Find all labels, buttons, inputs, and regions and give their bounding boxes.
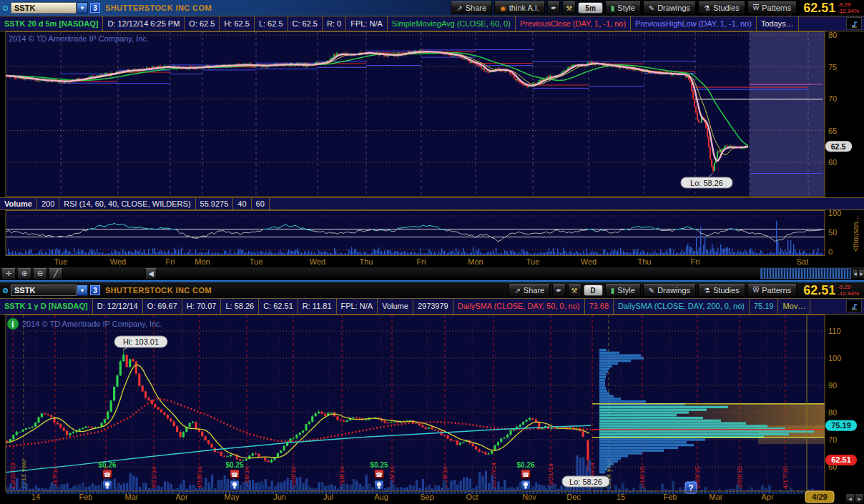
symbol-dropdown-icon[interactable]: ▼ <box>77 2 88 14</box>
svg-text:May: May <box>225 493 240 501</box>
link-channel-dot[interactable] <box>3 288 8 293</box>
header-cell: SSTK 1 y D [NASDAQ] <box>0 299 93 314</box>
axis-units-label: <thousan… <box>852 215 860 252</box>
header-cell: 40 <box>233 198 251 209</box>
style-button[interactable]: ▮Style <box>605 1 641 14</box>
patterns-icon: W <box>753 4 760 11</box>
lo-callout: Lo: 58.26 <box>562 476 609 487</box>
svg-text:Sat: Sat <box>797 257 809 266</box>
symbol-input[interactable]: SSTK <box>11 2 77 14</box>
header-cell: Mov… <box>778 299 810 314</box>
share-button[interactable]: ↗Share <box>509 284 550 297</box>
studies-button[interactable]: ⚗Studies <box>698 284 745 297</box>
studies-button[interactable]: ⚗Studies <box>698 1 745 14</box>
wrench-icon: ⚒ <box>566 4 572 12</box>
header-cell: L: 62.5 <box>255 16 288 31</box>
svg-text:100: 100 <box>828 210 841 217</box>
svg-text:60: 60 <box>828 158 837 167</box>
svg-text:Fri: Fri <box>166 257 175 266</box>
subpanel-cells: Volume200RSI (14, 60, 40, CLOSE, WILDERS… <box>0 198 270 209</box>
header-cell: H: 70.07 <box>182 299 222 314</box>
svg-text:Feb: Feb <box>79 493 93 501</box>
scroll-right-button[interactable]: ▶ <box>855 493 864 503</box>
think-ai-button[interactable]: ◉think A.I. <box>494 1 545 14</box>
pencil-icon: ✎ <box>649 287 654 295</box>
quote-block: 62.51 -9.29-12.94% <box>803 1 861 15</box>
top-toolbar: ↗Share ◉think A.I. ✒ ⚒ 5m ▮Style ✎Drawin… <box>451 1 864 15</box>
patterns-icon: W <box>753 287 760 294</box>
pan-tool-button[interactable]: ✛ <box>1 268 16 280</box>
scroll-page-left-button[interactable]: ◀ <box>852 269 858 279</box>
svg-text:☎: ☎ <box>104 472 111 478</box>
question-marker: ? <box>685 482 697 493</box>
svg-text:Mon: Mon <box>468 257 483 266</box>
header-cell: Volume <box>0 198 37 209</box>
svg-text:15: 15 <box>617 493 625 501</box>
step-line-icon <box>851 19 857 28</box>
top-price-axis: 807570656062.5 <box>825 31 852 167</box>
svg-text:Fri: Fri <box>417 257 426 266</box>
svg-text:14: 14 <box>31 493 40 501</box>
header-cell: DailySMA (CLOSE, DAY, 200, 0, no) <box>614 299 750 314</box>
header-cell: Volume <box>378 299 413 314</box>
symbol-dropdown-icon[interactable]: ▼ <box>77 285 88 296</box>
chart-settings-button[interactable]: ✒ <box>552 284 565 297</box>
drawings-button[interactable]: ✎Drawings <box>643 284 696 297</box>
header-cell: R: 11.81 <box>298 299 337 314</box>
zoom-in-button[interactable]: ⊕ <box>17 268 31 280</box>
scroll-left-button[interactable]: ◀ <box>845 493 855 503</box>
bottom-toolbar: ↗Share ✒ ⚒ D ▮Style ✎Drawings ⚗Studies W… <box>509 283 864 297</box>
intraday-chart-canvas[interactable]: Lo: 58.262014 © TD Ameritrade IP Company… <box>0 31 864 197</box>
copyright-text: 2014 © TD Ameritrade IP Company, Inc. <box>9 34 149 43</box>
quote-block: 62.51 -9.29-12.94% <box>803 283 861 297</box>
chart-mode-button[interactable] <box>846 300 862 312</box>
zoom-out-button[interactable]: ⊖ <box>33 268 47 280</box>
link-badge[interactable]: 3 <box>90 3 100 13</box>
drawings-button[interactable]: ✎Drawings <box>643 1 696 14</box>
info-icon: i <box>7 318 19 330</box>
share-button[interactable]: ↗Share <box>451 1 492 14</box>
wrench-icon: ⚒ <box>571 287 578 295</box>
company-name: SHUTTERSTOCK INC COM <box>105 4 212 12</box>
chart-mode-button[interactable] <box>846 17 862 30</box>
copyright-text: 2014 © TD Ameritrade IP Company, Inc. <box>22 320 162 328</box>
header-cell: D: 12/12/14 6:25 PM <box>103 16 185 31</box>
link-channel-dot[interactable] <box>3 6 8 11</box>
header-cell: Todays… <box>757 16 799 31</box>
price-axis-bubble: 62.51 <box>831 455 851 464</box>
svg-text:Apr: Apr <box>175 493 187 501</box>
header-cell: O: 69.67 <box>143 299 182 314</box>
patterns-button[interactable]: WPatterns <box>747 284 797 297</box>
flask-icon: ⚗ <box>704 287 710 295</box>
scroll-left-button[interactable]: ◀ <box>145 268 157 280</box>
link-badge[interactable]: 3 <box>90 285 100 295</box>
tools-button[interactable]: ⚒ <box>568 284 581 297</box>
symbol-input[interactable]: SSTK <box>11 285 77 296</box>
header-cell: 60 <box>252 198 270 209</box>
rsi-volume-panel-canvas[interactable]: 100500<thousan…TueWedFriMonTueWedThuFriM… <box>0 210 864 267</box>
scrollbar-thumb[interactable] <box>760 268 851 279</box>
daily-chart-canvas[interactable]: 12/20/132013 year1/17/142/21/143/21/144/… <box>0 315 864 504</box>
patterns-button[interactable]: WPatterns <box>747 1 797 14</box>
think-ai-icon: ◉ <box>500 4 506 12</box>
share-icon: ↗ <box>456 4 462 12</box>
tools-button[interactable]: ⚒ <box>562 1 576 14</box>
trendline-tool-button[interactable]: ╱ <box>49 268 63 280</box>
svg-text:0: 0 <box>828 247 833 256</box>
header-cell: 200 <box>37 198 59 209</box>
style-button[interactable]: ▮Style <box>605 284 641 297</box>
top-info-cells: SSTK 20 d 5m [NASDAQ]D: 12/12/14 6:25 PM… <box>0 16 799 31</box>
bottom-scroll-buttons: ◀ ▶ <box>845 493 864 503</box>
price-change-pct: -12.94% <box>838 8 859 14</box>
timeframe-button[interactable]: 5m <box>578 2 602 14</box>
header-cell: H: 62.5 <box>220 16 254 31</box>
company-name: SHUTTERSTOCK INC COM <box>105 286 212 295</box>
svg-text:3/21/14: 3/21/14 <box>149 466 157 489</box>
svg-text:Feb: Feb <box>664 493 677 501</box>
timeframe-button[interactable]: D <box>584 285 603 296</box>
header-cell: O: 62.5 <box>185 16 220 31</box>
scroll-page-right-button[interactable]: ▶ <box>858 269 864 279</box>
chart-settings-button[interactable]: ✒ <box>547 1 560 14</box>
daily-price-axis: 1101009080706075.1962.51 <box>825 327 857 471</box>
svg-text:Wed: Wed <box>110 257 126 266</box>
